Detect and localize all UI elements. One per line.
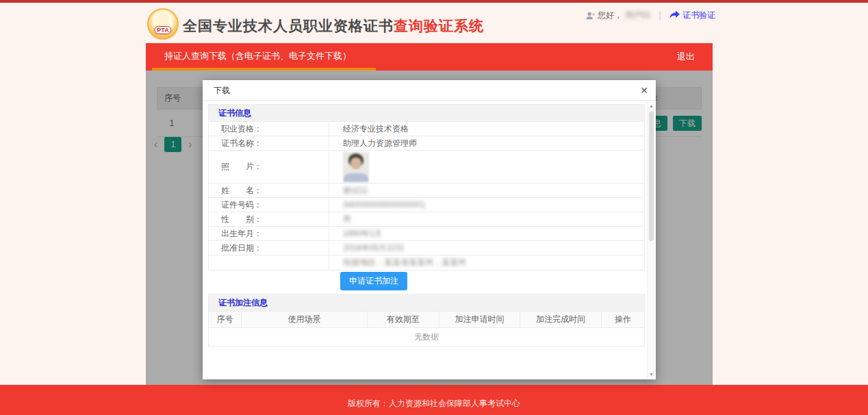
logout-button[interactable]: 退出 (677, 43, 695, 71)
logo-text: PTA (154, 26, 171, 34)
cert-info-table: 职业资格： 经济专业技术资格 证书名称： 助理人力资源管理师 照 片： (208, 122, 645, 271)
field-label: 证书名称： (209, 136, 329, 150)
annotation-table-header: 序号 使用场景 有效期至 加注申请时间 加注完成时间 操作 (209, 312, 644, 328)
field-label: 性 别： (209, 212, 329, 226)
field-label: 职业资格： (209, 122, 329, 136)
field-value: 经济专业技术资格 (329, 122, 644, 136)
site-title-main: 全国专业技术人员职业资格证书 (183, 18, 394, 34)
col-apply-time: 加注申请时间 (439, 312, 520, 327)
field-value-masked: 批报地区：某某省某某州，某某州 (329, 255, 644, 270)
col-index: 序号 (209, 312, 242, 327)
field-label: 出生年月： (209, 227, 329, 240)
empty-data-text: 无数据 (209, 328, 644, 346)
field-label: 照 片： (209, 151, 329, 183)
table-row: 姓 名： 测试11 (209, 184, 644, 198)
user-icon (585, 11, 595, 21)
field-value-masked: 2018年05月22日 (329, 241, 644, 255)
screen: PTA 全国专业技术人员职业资格证书查询验证系统 您好， 用户01 ｜ 证书验证… (0, 0, 868, 415)
scrollbar-thumb[interactable] (649, 111, 654, 241)
copyright-text: 版权所有：人力资源和社会保障部人事考试中心 (0, 385, 868, 410)
table-row: 照 片： (209, 151, 644, 184)
photo-shirt (344, 173, 368, 182)
page-header: PTA 全国专业技术人员职业资格证书查询验证系统 您好， 用户01 ｜ 证书验证 (146, 3, 715, 43)
user-info: 您好， 用户01 ｜ 证书验证 (585, 10, 715, 21)
field-value (329, 151, 644, 183)
field-label: 批准日期： (209, 241, 329, 255)
table-row: 性 别： 男 (209, 212, 644, 227)
scroll-down-icon[interactable]: ▼ (648, 372, 655, 377)
separator: ｜ (656, 10, 664, 21)
tab-holder-query-download[interactable]: 持证人查询下载（含电子证书、电子文件下载） (152, 43, 363, 71)
close-icon[interactable]: ✕ (640, 80, 648, 101)
table-row: 批报地区：某某省某某州，某某州 (209, 255, 644, 270)
field-value-masked: 测试11 (329, 184, 644, 197)
cert-verify-link[interactable]: 证书验证 (669, 10, 715, 21)
nav-bar: 持证人查询下载（含电子证书、电子文件下载） 退出 (146, 43, 713, 71)
greeting-text: 您好， (598, 10, 622, 21)
table-row: 证件号码： 340000000000000001 (209, 198, 644, 212)
annotation-section-heading: 证书加注信息 (208, 294, 645, 312)
pta-logo: PTA (147, 8, 179, 40)
download-modal: 下载 ✕ 证书信息 职业资格： 经济专业技术资格 证书名称： 助理人力资源管理师… (203, 80, 656, 379)
table-row: 职业资格： 经济专业技术资格 (209, 122, 644, 136)
field-value-masked: 1990年1月 (329, 227, 644, 240)
logo-petal (156, 12, 170, 27)
table-row: 出生年月： 1990年1月 (209, 227, 644, 241)
modal-title: 下载 (214, 80, 230, 101)
share-arrow-icon (669, 10, 680, 21)
col-usage-scene: 使用场景 (242, 312, 368, 327)
field-value-masked: 男 (329, 212, 644, 226)
table-row: 批准日期： 2018年05月22日 (209, 241, 644, 255)
cert-info-section-heading: 证书信息 (208, 104, 645, 122)
field-label: 证件号码： (209, 198, 329, 212)
photo-face (350, 158, 361, 169)
scroll-up-icon[interactable]: ▲ (648, 103, 655, 108)
field-value-masked: 340000000000000001 (329, 198, 644, 212)
certificate-photo (343, 152, 369, 182)
apply-row: 申请证书加注 (208, 271, 645, 294)
field-label: 姓 名： (209, 184, 329, 197)
site-title-accent: 查询验证系统 (394, 18, 484, 34)
col-action: 操作 (602, 312, 644, 327)
field-value: 助理人力资源管理师 (329, 136, 644, 150)
username: 用户01 (625, 10, 650, 21)
apply-annotation-button[interactable]: 申请证书加注 (340, 272, 407, 290)
field-label (209, 255, 329, 270)
footer: 版权所有：人力资源和社会保障部人事考试中心 (0, 385, 868, 415)
site-title: 全国专业技术人员职业资格证书查询验证系统 (183, 16, 484, 36)
modal-header: 下载 ✕ (203, 80, 656, 101)
annotation-table: 序号 使用场景 有效期至 加注申请时间 加注完成时间 操作 无数据 (208, 312, 645, 347)
table-row: 证书名称： 助理人力资源管理师 (209, 136, 644, 151)
modal-scrollbar[interactable]: ▲ ▼ (647, 102, 655, 378)
modal-body: 证书信息 职业资格： 经济专业技术资格 证书名称： 助理人力资源管理师 照 片： (208, 101, 645, 379)
cert-verify-label: 证书验证 (682, 10, 715, 21)
col-complete-time: 加注完成时间 (520, 312, 602, 327)
col-valid-until: 有效期至 (368, 312, 439, 327)
